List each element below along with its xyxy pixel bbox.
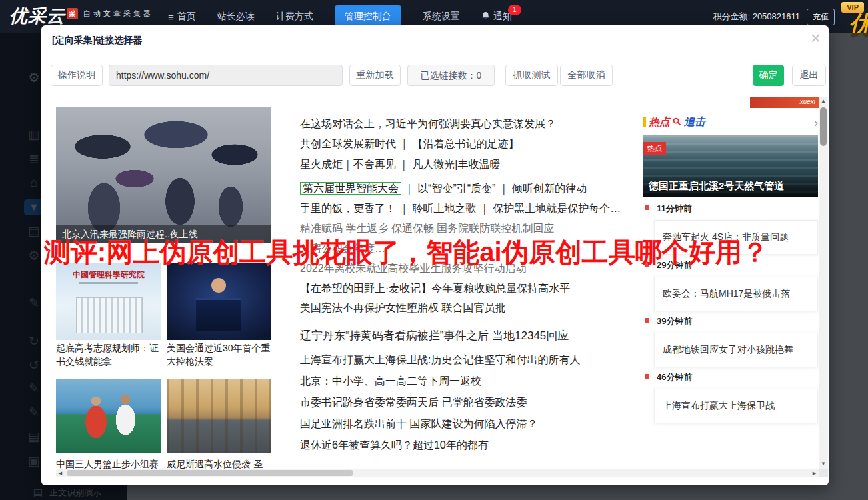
scroll-down-icon[interactable]: ▼ — [819, 459, 828, 469]
hot-item-card[interactable]: 欧委会：马航MH17是被俄击落 — [654, 277, 818, 311]
nav-webmaster-guide[interactable]: 站长必读 — [217, 11, 255, 23]
hot-tag: 热点 — [643, 142, 666, 155]
timeline-dot — [645, 318, 649, 323]
nav-label: 站长必读 — [217, 11, 255, 23]
hot-item-card[interactable]: 上海宣布打赢大上海保卫战 — [654, 389, 818, 423]
scroll-left-icon[interactable]: ◀ — [56, 469, 65, 477]
news-link-text: 星火成炬｜不舍再见 ｜ 凡人微光|丰收温暖 — [300, 159, 500, 170]
news-link-text: 手里的饭，更香了！ ｜ 聆听土地之歌 ｜ 保护黑土地就是保护每个… — [300, 203, 621, 214]
news-link-text: 在这场对话会上，习近平为何强调要真心实意谋发展？ — [300, 118, 556, 129]
nav-system-settings[interactable]: 系统设置 — [423, 11, 460, 23]
academy-title-text: 中國管理科學研究院 — [56, 269, 161, 281]
hero-image[interactable]: 北京入汛来最强降雨过程..夜上线 — [56, 107, 271, 243]
news-link-text: 精准赋码 学生返乡 保通保畅 国务院联防联控机制回应 — [300, 223, 554, 234]
hot-item-title: 成都地铁回应女子对小孩跳艳舞 — [663, 344, 793, 356]
modal-title: [定向采集]链接选择器 — [52, 35, 142, 47]
news-photo-venice[interactable] — [167, 379, 271, 453]
close-icon[interactable]: × — [811, 29, 821, 47]
reload-button[interactable]: 重新加载 — [349, 65, 401, 86]
hot-pursuit-header[interactable]: 热点 追击 › — [643, 115, 818, 129]
news-link-text: ｜ 以“智变”引“质变” ｜ 倾听创新的律动 — [404, 183, 587, 194]
news-link[interactable]: 在这场对话会上，习近平为何强调要真心实意谋发展？ — [300, 117, 700, 131]
nav-home[interactable]: ≡首页 — [168, 11, 196, 23]
nav-label: 管理控制台 — [345, 11, 391, 23]
news-link[interactable]: 星火成炬｜不舍再见 ｜ 凡人微光|丰收温暖 — [300, 158, 700, 172]
grab-test-button[interactable]: 抓取测试 — [505, 65, 558, 86]
news-link[interactable]: 市委书记跻身省委常委两天后 已掌舵省委政法委 — [300, 396, 700, 410]
notification-badge: 1 — [508, 5, 521, 15]
magnifier-icon — [673, 117, 681, 129]
menu-icon: ≡ — [168, 11, 174, 23]
app-tagline: 自动文章采集器 — [83, 9, 153, 19]
nav-label: 计费方式 — [276, 11, 313, 23]
cancel-all-button[interactable]: 全部取消 — [560, 65, 613, 86]
hot-item-card[interactable]: 成都地铁回应女子对小孩跳艳舞 — [654, 333, 818, 367]
chase-title: 追击 — [684, 115, 705, 129]
vertical-scrollbar[interactable]: ▲ ▼ — [819, 97, 828, 469]
news-photo-basket[interactable] — [56, 379, 161, 453]
hot-main-card[interactable]: 热点 德国正重启北溪2号天然气管道 — [643, 135, 818, 197]
news-link-text: 上海宣布打赢大上海保卫战:历史会记住坚守和付出的所有人 — [300, 354, 580, 365]
news-link[interactable]: 美国宪法不再保护女性堕胎权 联合国官员批 — [300, 301, 700, 315]
news-link[interactable]: 辽宁丹东“持黄码者看病被拦”事件之后 当地12345回应 — [300, 328, 700, 343]
news-link-text: 国足亚洲排名跌出前十 国家队建设为何陷入停滞？ — [300, 418, 537, 429]
exit-button[interactable]: 退出 — [792, 65, 826, 86]
hot-item-time: 46分钟前 — [657, 371, 692, 383]
help-button[interactable]: 操作说明 — [51, 65, 103, 86]
news-link[interactable]: 退休近6年被查算久吗？超过10年的都有 — [300, 439, 700, 453]
news-link[interactable]: 北京：中小学、高一高二等下周一返校 — [300, 375, 700, 389]
overlay-ad-text: 测评:网上伪原创工具挑花眼了，智能ai伪原创工具哪个好用？ — [44, 234, 851, 271]
vertical-scroll-thumb[interactable] — [820, 107, 827, 146]
top-banner-image[interactable]: xuexi — [750, 97, 819, 108]
hot-title: 热点 — [649, 115, 670, 129]
banner-text: xuexi — [800, 98, 815, 105]
embedded-webpage: xuexi 北京入汛来最强降雨过程..夜上线 在这场对话会上，习近平为何强调要真… — [56, 97, 828, 477]
screen: 优采云 采 自动文章采集器 ≡首页站长必读计费方式管理控制台系统设置通知1 积分… — [0, 0, 868, 500]
news-link[interactable]: 共创全球发展新时代 ｜ 【沿着总书记的足迹】 — [300, 137, 700, 151]
hot-item-time: 39分钟前 — [657, 315, 692, 327]
news-link-text: 美国宪法不再保护女性堕胎权 联合国官员批 — [300, 302, 505, 313]
news-link[interactable]: 上海宣布打赢大上海保卫战:历史会记住坚守和付出的所有人 — [300, 353, 700, 367]
news-photo-biden[interactable] — [167, 263, 271, 340]
nav-label: 系统设置 — [423, 11, 460, 23]
points-balance-text: 积分金额: 2050821611 — [713, 11, 800, 23]
photo-caption[interactable]: 中国三人男篮止步小组赛 — [56, 457, 161, 469]
confirm-button[interactable]: 确定 — [753, 65, 784, 86]
news-link[interactable]: 第六届世界智能大会｜ 以“智变”引“质变” ｜ 倾听创新的律动 — [300, 182, 700, 196]
hot-item-title: 欧委会：马航MH17是被俄击落 — [663, 288, 790, 300]
nav-notifications[interactable]: 通知1 — [481, 11, 512, 23]
modal-toolbar: 操作说明 重新加载 已选链接数：0 抓取测试 全部取消 确定 退出 — [41, 65, 829, 86]
photo-caption[interactable]: 起底高考志愿规划师：证书交钱就能拿 — [56, 341, 161, 369]
photo-caption[interactable]: 威尼斯遇高水位侵袭 圣 — [167, 457, 271, 469]
news-link[interactable]: 【在希望的田野上·麦收记】今年夏粮收购总量保持高水平 — [300, 282, 700, 296]
scroll-right-icon[interactable]: ▶ — [810, 469, 819, 477]
app-logo[interactable]: 优采云 — [9, 4, 65, 28]
news-link-text: 【在希望的田野上·麦收记】今年夏粮收购总量保持高水平 — [300, 283, 570, 294]
scroll-up-icon[interactable]: ▲ — [819, 97, 828, 106]
recharge-button[interactable]: 充值 — [807, 9, 835, 25]
photo-caption[interactable]: 美国会通过近30年首个重大控枪法案 — [167, 341, 271, 369]
news-link-text: 退休近6年被查算久吗？超过10年的都有 — [300, 439, 489, 451]
selected-link-highlight[interactable]: 第六届世界智能大会 — [300, 182, 401, 195]
hot-item-title: 上海宣布打赢大上海保卫战 — [663, 400, 775, 412]
nav-label: 首页 — [177, 11, 196, 23]
horizontal-scroll-thumb[interactable] — [67, 470, 353, 476]
logo-seal-icon: 采 — [67, 8, 78, 19]
news-link-text: 北京：中小学、高一高二等下周一返校 — [300, 375, 481, 387]
timeline-dot — [645, 205, 649, 210]
horizontal-scrollbar[interactable]: ◀ ▶ — [56, 469, 819, 477]
nav-admin-console[interactable]: 管理控制台 — [335, 5, 401, 28]
scrollbar-corner — [819, 469, 828, 477]
modal-header: [定向采集]链接选择器 × — [41, 25, 829, 55]
hot-item-time: 11分钟前 — [657, 203, 692, 215]
news-link[interactable]: 国足亚洲排名跌出前十 国家队建设为何陷入停滞？ — [300, 417, 700, 431]
url-input[interactable] — [109, 65, 343, 86]
nav-billing[interactable]: 计费方式 — [276, 11, 313, 23]
selected-links-count: 已选链接数：0 — [407, 65, 495, 86]
news-link[interactable]: 手里的饭，更香了！ ｜ 聆听土地之歌 ｜ 保护黑土地就是保护每个… — [300, 202, 700, 216]
yellow-bar — [643, 117, 646, 127]
news-link-text: 共创全球发展新时代 ｜ 【沿着总书记的足迹】 — [300, 138, 519, 149]
academy-subtitle-line — [79, 282, 138, 284]
news-photo-academy[interactable]: 中國管理科學研究院 — [56, 263, 161, 340]
chevron-right-icon[interactable]: › — [814, 117, 818, 129]
